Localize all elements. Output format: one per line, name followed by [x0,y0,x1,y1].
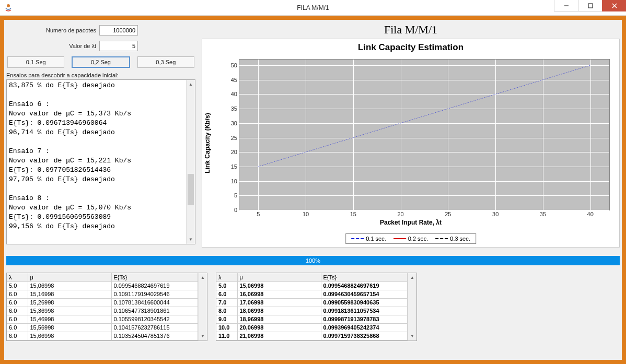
lambda-label: Valor de λt [6,43,99,49]
svg-rect-2 [588,4,593,8]
x-tick: 15 [350,210,356,217]
table-left-grid[interactable]: λμE{Ts}5.015,069980.09954688246976196.01… [7,273,198,340]
table-row[interactable]: 6.016,069980.0994630459657154 [216,290,408,298]
progress-bar: 100% [6,256,620,265]
table-row[interactable]: 5.015,069980.0995468824697619 [216,281,408,290]
table-row[interactable]: 6.015,269980.1078138416600044 [7,298,198,307]
x-tick: 20 [397,210,403,217]
y-tick: 45 [231,77,239,83]
scroll-down-icon[interactable]: ▼ [408,332,416,340]
y-tick: 5 [234,192,239,198]
x-tick: 30 [492,210,499,217]
table-left-scrollbar[interactable]: ▲ ▼ [198,273,207,340]
y-tick: 50 [231,62,239,68]
x-axis-label: Packet Input Rate, λt [380,219,442,226]
table-header[interactable]: E{Ts} [111,273,198,281]
table-row[interactable]: 6.015,569980.1041576232786115 [7,323,198,332]
button-01seg[interactable]: 0,1 Seg [7,56,64,68]
minimize-button[interactable] [554,0,578,11]
y-tick: 40 [231,91,239,97]
scroll-up-icon[interactable]: ▲ [187,80,195,89]
log-textarea[interactable]: 83,875 % do E{Ts} desejado Ensaio 6 : No… [7,80,186,244]
legend-item: 0.2 sec. [393,236,428,242]
x-tick: 40 [587,210,594,217]
button-03seg[interactable]: 0,3 Seg [137,56,194,68]
table-header[interactable]: λ [7,273,28,281]
table-right-scrollbar[interactable]: ▲ ▼ [408,273,416,340]
left-pane: Numero de pacotes Valor de λt 0,1 Seg 0,… [4,20,198,250]
table-right: λμE{Ts}5.015,069980.09954688246976196.01… [216,273,417,341]
y-tick: 20 [231,149,239,155]
table-row[interactable]: 5.015,069980.0995468824697619 [7,281,198,290]
table-row[interactable]: 7.017,069980.0990559830940635 [216,298,408,307]
progress-text: 100% [306,257,320,264]
scroll-thumb[interactable] [188,174,194,205]
y-tick: 15 [231,163,239,170]
table-header[interactable]: E{Ts} [321,273,408,281]
table-left: λμE{Ts}5.015,069980.09954688246976196.01… [6,273,207,341]
y-tick: 30 [231,120,239,126]
chart-title: Link Capacity Estimation [202,39,619,53]
legend-item: 0.1 sec. [351,236,386,242]
packets-input[interactable] [99,25,138,36]
table-row[interactable]: 6.015,669980.1035245047851376 [7,332,198,340]
y-tick: 35 [231,105,239,112]
log-box: 83,875 % do E{Ts} desejado Ensaio 6 : No… [6,79,195,244]
x-tick: 10 [303,210,309,217]
y-axis-label: Link Capacity (Kb/s) [204,113,211,173]
table-header[interactable]: λ [216,273,237,281]
chart-legend: 0.1 sec.0.2 sec.0.3 sec. [345,233,476,244]
scroll-up-icon[interactable]: ▲ [199,273,207,282]
java-icon [4,3,13,13]
client-area: Numero de pacotes Valor de λt 0,1 Seg 0,… [4,20,622,360]
y-tick: 0 [234,207,239,213]
x-tick: 5 [257,210,260,217]
chart: Link Capacity Estimation Link Capacity (… [202,39,620,248]
table-header[interactable]: μ [237,273,321,281]
scroll-up-icon[interactable]: ▲ [408,273,416,282]
table-header[interactable]: μ [28,273,111,281]
titlebar: FILA M/M/1 [0,0,626,16]
button-02seg[interactable]: 0,2 Seg [72,56,130,68]
log-scrollbar[interactable]: ▲ ▼ [186,80,195,244]
x-tick: 25 [445,210,451,217]
page-title: Fila M/M/1 [202,23,620,37]
table-right-grid[interactable]: λμE{Ts}5.015,069980.09954688246976196.01… [216,273,408,340]
right-pane: Fila M/M/1 Link Capacity Estimation Link… [198,20,622,250]
packets-label: Numero de pacotes [6,27,99,33]
y-tick: 10 [231,178,239,184]
window-controls [554,0,626,11]
table-row[interactable]: 6.015,469980.1055998120345542 [7,315,198,323]
legend-item: 0.3 sec. [435,236,470,242]
table-row[interactable]: 8.018,069980.0991813611057534 [216,307,408,315]
log-label: Ensaios para descobrir a capacidade inic… [6,72,195,78]
table-row[interactable]: 6.015,169980.1091179194029546 [7,290,198,298]
close-button[interactable] [602,0,626,11]
table-row[interactable]: 10.020,069980.0993969405242374 [216,323,408,332]
table-row[interactable]: 6.015,369980.1065477318901861 [7,307,198,315]
scroll-down-icon[interactable]: ▼ [187,235,195,244]
lambda-input[interactable] [99,41,138,51]
table-row[interactable]: 9.018,969980.0999871913978783 [216,315,408,323]
app-window: FILA M/M/1 Numero de pacotes Valor de λt… [0,0,626,364]
table-row[interactable]: 11.021,069980.0997159738325868 [216,332,408,340]
maximize-button[interactable] [578,0,602,11]
chart-plot-area: 05101520253035404550510152025303540 [239,59,610,210]
y-tick: 25 [231,135,239,141]
window-title: FILA M/M/1 [297,4,329,11]
svg-point-0 [7,4,10,7]
scroll-down-icon[interactable]: ▼ [199,332,207,340]
x-tick: 35 [540,210,546,217]
